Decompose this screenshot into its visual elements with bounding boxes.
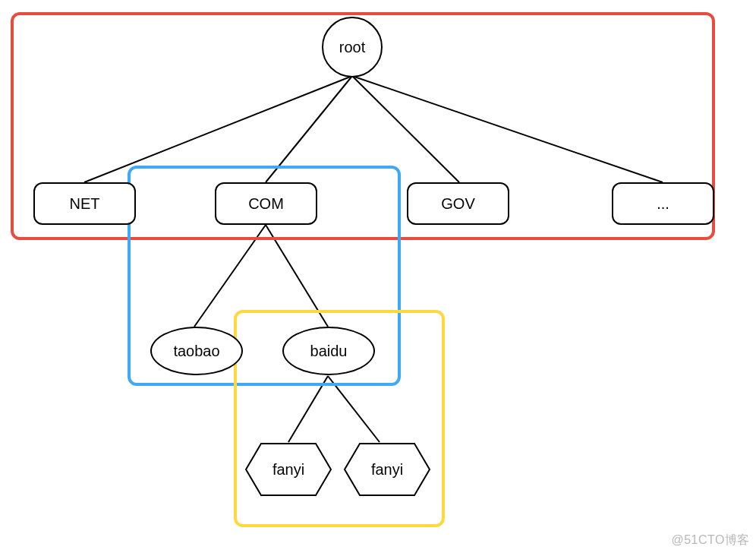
node-gov: GOV <box>407 182 509 225</box>
label-com: COM <box>248 195 284 213</box>
node-net: NET <box>33 182 136 225</box>
label-fanyi-1: fanyi <box>272 461 304 479</box>
watermark: @51CTO博客 <box>671 532 750 548</box>
dns-hierarchy-diagram: root NET COM GOV ... taobao baidu fanyi … <box>0 0 756 553</box>
node-root: root <box>322 17 383 77</box>
label-gov: GOV <box>441 195 474 213</box>
label-baidu: baidu <box>310 343 348 360</box>
node-fanyi-2: fanyi <box>343 442 431 497</box>
label-fanyi-2: fanyi <box>371 461 403 479</box>
node-more-tlds: ... <box>612 182 714 225</box>
node-com: COM <box>215 182 317 225</box>
label-more: ... <box>657 195 669 213</box>
label-net: NET <box>70 195 100 213</box>
node-taobao: taobao <box>150 327 243 375</box>
label-root: root <box>339 39 365 56</box>
label-taobao: taobao <box>173 343 219 360</box>
node-baidu: baidu <box>282 327 375 375</box>
node-fanyi-1: fanyi <box>244 442 332 497</box>
